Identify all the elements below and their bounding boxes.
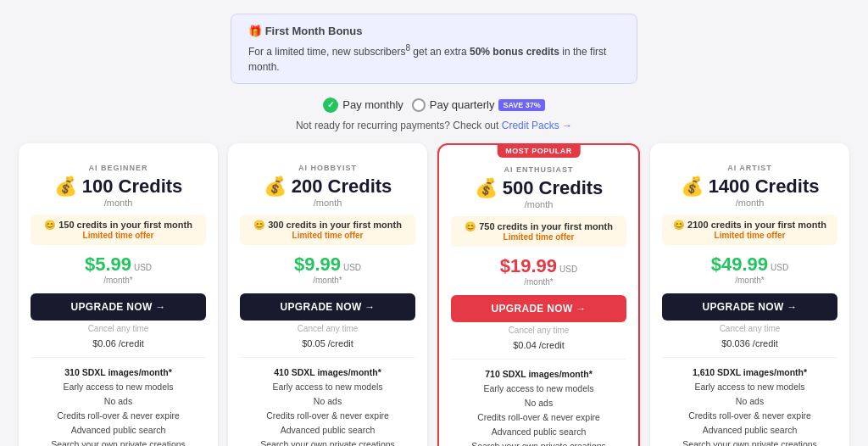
bonus-credits-main: 😊 2100 credits in your first month [669, 220, 831, 231]
quarterly-label: Pay quarterly [430, 98, 495, 111]
credit-packs-notice: Not ready for recurring payments? Check … [296, 120, 572, 131]
feature-item: Early access to new models [662, 381, 837, 393]
pricing-card-2: MOST POPULAR AI ENTHUSIAST 💰 500 Credits… [437, 143, 640, 447]
price-main: $49.99 [711, 254, 768, 276]
card-credits: 💰 500 Credits [451, 177, 626, 199]
pricing-card-3: AI ARTIST 💰 1400 Credits /month 😊 2100 c… [650, 143, 849, 447]
credit-packs-link[interactable]: Credit Packs → [502, 120, 572, 131]
monthly-check-icon: ✓ [323, 98, 338, 113]
feature-item: Search your own private creations [31, 438, 206, 446]
images-per-month: 310 SDXL images/month* [31, 366, 206, 378]
card-tier: AI ARTIST [662, 164, 837, 172]
monthly-label: Pay monthly [342, 98, 403, 111]
banner-title: 🎁 First Month Bonus [248, 23, 620, 40]
save-badge: SAVE 37% [498, 99, 544, 111]
card-credits-per: /month [662, 198, 837, 208]
banner-description: For a limited time, new subscribers8 get… [248, 42, 620, 75]
feature-item: No ads [662, 395, 837, 407]
billing-toggle: ✓ Pay monthly Pay quarterly SAVE 37% [323, 98, 545, 113]
feature-item: Credits roll-over & never expire [240, 410, 415, 421]
price-month: /month* [662, 276, 837, 285]
feature-item: Search your own private creations [662, 438, 837, 446]
card-credits: 💰 100 Credits [31, 176, 206, 198]
feature-item: No ads [451, 397, 626, 409]
card-tier: AI BEGINNER [31, 164, 206, 172]
price-main: $9.99 [294, 254, 341, 276]
bonus-credits-box: 😊 300 credits in your first month Limite… [240, 215, 415, 245]
pay-quarterly-option[interactable]: Pay quarterly SAVE 37% [412, 98, 545, 112]
feature-item: Advanced public search [240, 424, 415, 436]
features-list: 710 SDXL images/month* Early access to n… [451, 368, 626, 446]
card-credits-per: /month [240, 198, 415, 208]
pricing-cards: AI BEGINNER 💰 100 Credits /month 😊 150 c… [19, 143, 849, 447]
card-credits: 💰 1400 Credits [662, 176, 837, 198]
bonus-credits-box: 😊 750 credits in your first month Limite… [451, 216, 626, 247]
cancel-text: Cancel any time [31, 324, 206, 333]
first-month-banner: 🎁 First Month Bonus For a limited time, … [231, 14, 637, 84]
feature-item: Search your own private creations [240, 438, 415, 446]
card-credits-per: /month [451, 199, 626, 209]
per-credit: $0.06 /credit [31, 338, 206, 358]
bonus-credits-sub: Limited time offer [669, 231, 831, 240]
quarterly-radio [412, 98, 426, 112]
per-credit: $0.05 /credit [240, 338, 415, 358]
cancel-text: Cancel any time [451, 326, 626, 335]
price-main: $5.99 [85, 254, 131, 276]
feature-item: Early access to new models [451, 382, 626, 394]
upgrade-button[interactable]: UPGRADE NOW → [240, 293, 415, 321]
feature-item: Advanced public search [662, 424, 837, 436]
price-month: /month* [31, 276, 206, 285]
bonus-credits-sub: Limited time offer [37, 231, 199, 240]
card-credits: 💰 200 Credits [240, 176, 415, 198]
price-month: /month* [240, 276, 415, 285]
price-usd: USD [771, 263, 788, 272]
card-credits-per: /month [31, 198, 206, 208]
feature-item: Credits roll-over & never expire [662, 410, 837, 421]
card-tier: AI HOBBYIST [240, 164, 415, 172]
features-list: 310 SDXL images/month* Early access to n… [31, 366, 206, 446]
feature-item: Search your own private creations [451, 440, 626, 446]
price-row: $9.99 USD [240, 254, 415, 276]
bonus-credits-main: 😊 750 credits in your first month [458, 221, 620, 232]
per-credit: $0.036 /credit [662, 338, 837, 358]
pay-monthly-option[interactable]: ✓ Pay monthly [323, 98, 403, 113]
card-tier: AI ENTHUSIAST [451, 165, 626, 174]
bonus-credits-box: 😊 150 credits in your first month Limite… [31, 215, 206, 245]
upgrade-button[interactable]: UPGRADE NOW → [662, 293, 837, 321]
feature-item: Early access to new models [31, 381, 206, 393]
bonus-credits-main: 😊 300 credits in your first month [247, 220, 409, 231]
price-usd: USD [559, 265, 577, 274]
feature-item: No ads [31, 395, 206, 407]
images-per-month: 1,610 SDXL images/month* [662, 366, 837, 378]
feature-item: Advanced public search [31, 424, 206, 436]
images-per-month: 410 SDXL images/month* [240, 366, 415, 378]
bonus-credits-box: 😊 2100 credits in your first month Limit… [662, 215, 837, 245]
upgrade-button[interactable]: UPGRADE NOW → [31, 293, 206, 321]
price-usd: USD [343, 263, 361, 272]
pricing-card-0: AI BEGINNER 💰 100 Credits /month 😊 150 c… [19, 143, 218, 447]
price-row: $49.99 USD [662, 254, 837, 276]
price-month: /month* [451, 277, 626, 287]
feature-item: Credits roll-over & never expire [451, 411, 626, 423]
price-usd: USD [134, 263, 152, 272]
per-credit: $0.04 /credit [451, 340, 626, 360]
cancel-text: Cancel any time [240, 324, 415, 333]
pricing-card-1: AI HOBBYIST 💰 200 Credits /month 😊 300 c… [228, 143, 427, 447]
bonus-credits-main: 😊 150 credits in your first month [37, 220, 199, 231]
upgrade-button[interactable]: UPGRADE NOW → [451, 295, 626, 322]
bonus-credits-sub: Limited time offer [247, 231, 409, 240]
images-per-month: 710 SDXL images/month* [451, 368, 626, 380]
price-row: $19.99 USD [451, 255, 626, 277]
cancel-text: Cancel any time [662, 324, 837, 333]
feature-item: Early access to new models [240, 381, 415, 393]
most-popular-badge: MOST POPULAR [497, 144, 581, 158]
features-list: 410 SDXL images/month* Early access to n… [240, 366, 415, 446]
feature-item: Advanced public search [451, 426, 626, 438]
feature-item: No ads [240, 395, 415, 407]
bonus-credits-sub: Limited time offer [458, 232, 620, 242]
price-main: $19.99 [500, 255, 557, 277]
price-row: $5.99 USD [31, 254, 206, 276]
feature-item: Credits roll-over & never expire [31, 410, 206, 421]
features-list: 1,610 SDXL images/month* Early access to… [662, 366, 837, 446]
